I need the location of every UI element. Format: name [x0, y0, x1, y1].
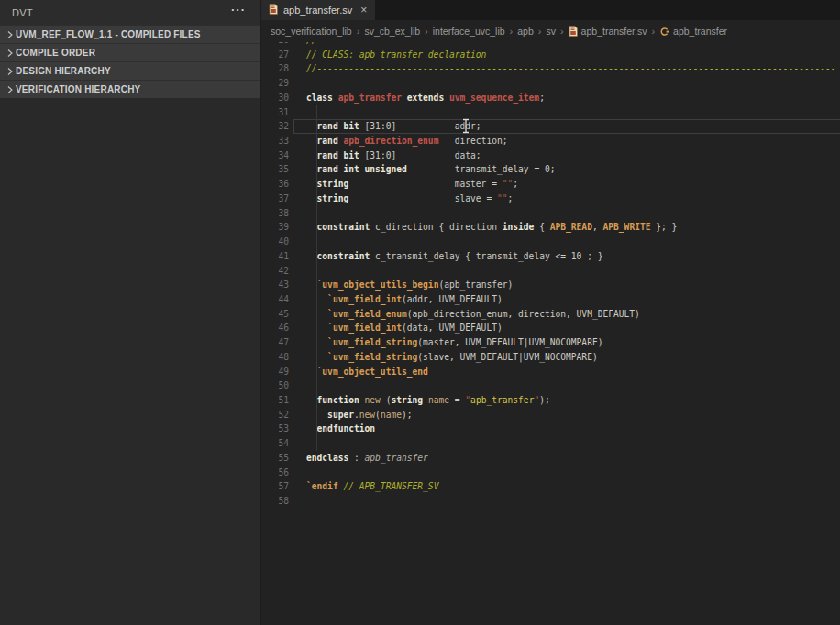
- line-number[interactable]: 49: [261, 365, 289, 379]
- code-line: 46 `uvm_field_int(data, UVM_DEFAULT): [261, 321, 840, 335]
- code-line: 53 endfunction: [261, 422, 840, 436]
- line-content: endclass : apb_transfer: [289, 451, 428, 466]
- line-number[interactable]: 50: [261, 378, 289, 393]
- token: [31:0] addr;: [359, 121, 481, 131]
- token: uvm_sequence_item: [449, 93, 539, 103]
- line-number[interactable]: 36: [261, 177, 289, 192]
- token: `uvm_field_string: [327, 352, 417, 362]
- code-line: 38: [261, 206, 840, 221]
- token: string: [317, 179, 349, 189]
- code-line: 36 string master = "";: [261, 177, 840, 192]
- close-icon[interactable]: ×: [360, 5, 367, 16]
- line-content: endfunction: [289, 422, 375, 436]
- token: [306, 323, 327, 333]
- line-number[interactable]: 28: [261, 61, 289, 76]
- breadcrumb-item-sv-cb-ex-lib[interactable]: sv_cb_ex_lib: [364, 26, 420, 37]
- line-number[interactable]: 30: [261, 91, 289, 105]
- code-line: 55endclass : apb_transfer: [261, 451, 840, 466]
- chevron-right-icon: [4, 67, 16, 76]
- token: "": [503, 179, 514, 189]
- line-number[interactable]: 39: [261, 220, 289, 235]
- breadcrumb-item-apb-transfer[interactable]: apb_transfer: [659, 26, 727, 37]
- line-number[interactable]: 33: [261, 134, 289, 148]
- line-number[interactable]: 40: [261, 235, 289, 249]
- line-content: [289, 264, 306, 279]
- token: [306, 337, 327, 347]
- sidebar-title: DVT: [0, 7, 33, 18]
- code-line: 57`endif // APB_TRANSFER_SV: [261, 479, 840, 494]
- code-line: 48 `uvm_field_string(slave, UVM_DEFAULT|…: [261, 350, 840, 365]
- code-line: 56: [261, 466, 840, 480]
- breadcrumb-item-soc-verification-lib[interactable]: soc_verification_lib: [271, 26, 352, 37]
- code-line: 30class apb_transfer extends uvm_sequenc…: [261, 91, 840, 105]
- line-number[interactable]: 43: [261, 278, 289, 292]
- line-number[interactable]: 45: [261, 307, 289, 322]
- token: apb_transfer: [338, 93, 402, 103]
- code-line: 33 rand apb_direction_enum direction;: [261, 134, 840, 148]
- line-number[interactable]: 56: [261, 466, 289, 480]
- code-line: 44 `uvm_field_int(addr, UVM_DEFAULT): [261, 292, 840, 307]
- line-number[interactable]: 37: [261, 192, 289, 206]
- token: }; }: [650, 222, 677, 232]
- breadcrumb-label: sv_cb_ex_lib: [364, 26, 420, 37]
- chevron-right-icon: [4, 85, 16, 94]
- breadcrumb-label: soc_verification_lib: [271, 26, 352, 37]
- token: [306, 193, 317, 203]
- line-content: class apb_transfer extends uvm_sequence_…: [289, 91, 545, 105]
- code-line: 39 constraint c_direction { direction in…: [261, 220, 840, 235]
- token: c_transmit_delay { transmit_delay <= 10 …: [370, 251, 602, 261]
- token: (master, UVM_DEFAULT|UVM_NOCOMPARE): [417, 337, 602, 347]
- line-number[interactable]: 34: [261, 148, 289, 163]
- tab-apb-transfer[interactable]: apb_transfer.sv ×: [261, 0, 375, 20]
- line-number[interactable]: 35: [261, 162, 289, 177]
- more-actions-icon[interactable]: ···: [231, 3, 246, 16]
- line-number[interactable]: 48: [261, 350, 289, 365]
- line-number[interactable]: 46: [261, 321, 289, 335]
- line-number[interactable]: 57: [261, 479, 289, 494]
- token: string: [317, 193, 349, 203]
- line-content: constraint c_direction { direction insid…: [289, 220, 677, 235]
- breadcrumb: soc_verification_lib›sv_cb_ex_lib›interf…: [261, 20, 840, 42]
- sidebar-item-uvm-ref-flow-1-1-compiled-files[interactable]: UVM_REF_FLOW_1.1 - COMPILED FILES: [0, 25, 260, 43]
- line-number[interactable]: 32: [261, 119, 289, 134]
- line-number[interactable]: 31: [261, 105, 289, 120]
- code-line: 58: [261, 494, 840, 509]
- breadcrumb-item-interface-uvc-lib[interactable]: interface_uvc_lib: [433, 26, 505, 37]
- token: (data, UVM_DEFAULT): [402, 323, 503, 333]
- line-number[interactable]: 54: [261, 436, 289, 451]
- breadcrumb-separator: ›: [538, 26, 542, 37]
- line-number[interactable]: 41: [261, 249, 289, 264]
- token: rand bit: [317, 121, 359, 131]
- code-line: 41 constraint c_transmit_delay { transmi…: [261, 249, 840, 264]
- line-number[interactable]: 38: [261, 206, 289, 221]
- breadcrumb-item-sv[interactable]: sv: [546, 26, 556, 37]
- token: (slave, UVM_DEFAULT|UVM_NOCOMPARE): [417, 352, 597, 362]
- breadcrumb-separator: ›: [357, 26, 360, 37]
- breadcrumb-item-apb-transfer-sv[interactable]: apb_transfer.sv: [569, 26, 647, 37]
- systemverilog-file-icon: [569, 26, 578, 37]
- sidebar-item-design-hierarchy[interactable]: DESIGN HIERARCHY: [0, 61, 260, 80]
- sidebar-item-verification-hierarchy[interactable]: VERIFICATION HIERARCHY: [0, 80, 260, 98]
- code-line: 40: [261, 235, 840, 249]
- token: );: [402, 410, 413, 420]
- line-number[interactable]: 51: [261, 393, 289, 408]
- token: name: [428, 395, 449, 405]
- breadcrumb-separator: ›: [651, 26, 655, 37]
- line-number[interactable]: 47: [261, 335, 289, 350]
- line-number[interactable]: 29: [261, 76, 289, 91]
- line-number[interactable]: 52: [261, 408, 289, 422]
- token: [306, 423, 317, 433]
- token: //--------------------------------------…: [306, 42, 836, 45]
- token: ;: [539, 93, 545, 103]
- sidebar-item-compile-order[interactable]: COMPILE ORDER: [0, 43, 260, 61]
- line-number[interactable]: 27: [261, 48, 289, 62]
- line-number[interactable]: 42: [261, 264, 289, 279]
- token: ;: [508, 193, 514, 203]
- code-editor[interactable]: 26//------------------------------------…: [261, 42, 840, 625]
- token: rand: [317, 136, 344, 146]
- line-number[interactable]: 58: [261, 494, 289, 509]
- breadcrumb-item-apb[interactable]: apb: [517, 26, 534, 37]
- line-number[interactable]: 44: [261, 292, 289, 307]
- line-number[interactable]: 53: [261, 422, 289, 436]
- line-number[interactable]: 55: [261, 451, 289, 466]
